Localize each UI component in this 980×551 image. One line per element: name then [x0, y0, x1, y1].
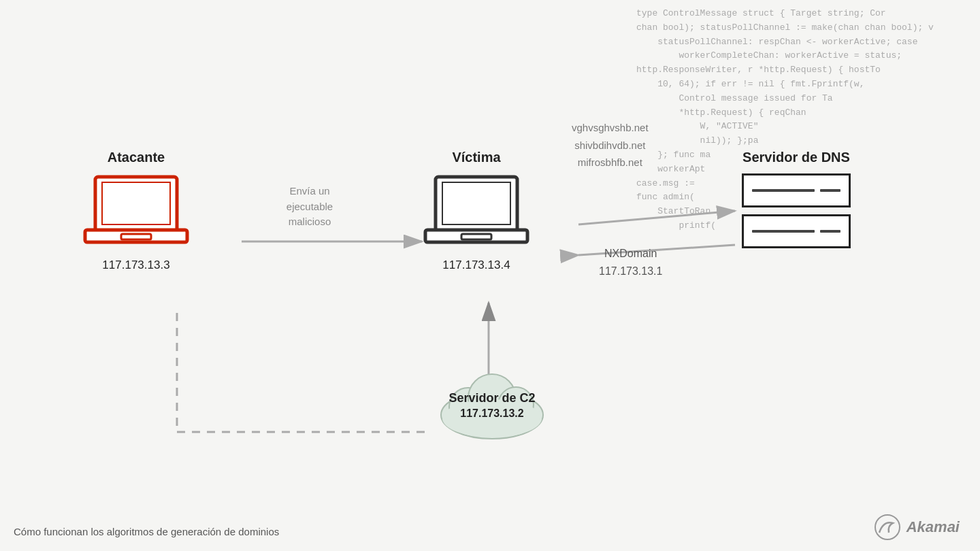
c2-ip: 117.173.13.2: [427, 407, 557, 420]
akamai-logo: Akamai: [874, 514, 960, 541]
domain-1: vghvsghvshb.net: [572, 122, 649, 133]
nxdomain-label: NXDomain 117.173.13.1: [599, 245, 662, 280]
dns-server-boxes: [742, 173, 851, 248]
atacante-label: Atacante: [108, 150, 165, 165]
victima-label: Víctima: [452, 150, 500, 165]
victima-node: Víctima 117.173.13.4: [422, 150, 531, 272]
nxdomain-ip: 117.173.13.1: [599, 265, 662, 277]
arrows-layer: [0, 0, 980, 551]
svg-rect-10: [102, 182, 170, 224]
domain-2: shivbdihvdb.net: [574, 139, 645, 151]
dns-domains-label: vghvsghvshb.net shivbdihvdb.net mifrosbh…: [572, 119, 649, 171]
server-line-3: [752, 230, 815, 233]
dns-label: Servidor de DNS: [742, 150, 850, 165]
victima-laptop-icon: [422, 173, 531, 252]
svg-line-4: [578, 211, 735, 224]
c2-label: Servidor de C2: [427, 389, 557, 407]
dns-server-node: Servidor de DNS: [742, 150, 851, 248]
domain-3: mifrosbhfb.net: [578, 156, 642, 168]
svg-rect-13: [88, 230, 184, 232]
c2-node: Servidor de C2 117.173.13.2: [427, 354, 557, 442]
nxdomain-text: NXDomain: [604, 248, 657, 259]
server-line-1: [752, 189, 815, 192]
atacante-ip: 117.173.13.3: [102, 258, 169, 272]
akamai-icon: [874, 514, 901, 541]
server-line-2: [820, 189, 840, 192]
svg-point-23: [875, 515, 900, 539]
server-line-4: [820, 230, 840, 233]
server-box-1: [742, 173, 851, 207]
atacante-laptop-icon: [82, 173, 191, 252]
victima-ip: 117.173.13.4: [442, 258, 510, 272]
server-box-2: [742, 214, 851, 248]
bottom-caption: Cómo funcionan los algoritmos de generac…: [14, 526, 279, 537]
akamai-text: Akamai: [906, 518, 960, 536]
svg-rect-17: [461, 234, 491, 239]
svg-rect-15: [442, 182, 510, 224]
arrow-label-send: Envía unejecutablemalicioso: [265, 184, 354, 230]
svg-rect-12: [121, 234, 151, 239]
atacante-node: Atacante 117.173.13.3: [82, 150, 191, 272]
